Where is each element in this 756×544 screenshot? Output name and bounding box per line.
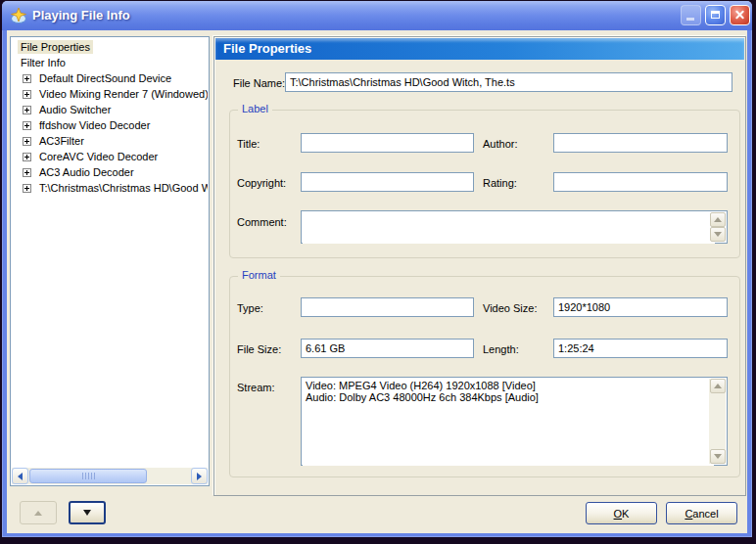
tree-item-filter-info[interactable]: Filter Info: [12, 55, 208, 70]
tree-item-coreavc-video-decoder[interactable]: CoreAVC Video Decoder: [12, 149, 208, 164]
title-label: Title:: [237, 138, 260, 150]
format-group: Format Type: Video Size: File Size: Leng…: [229, 276, 740, 477]
stream-scroll-up-button[interactable]: [710, 379, 726, 393]
tree-item-file-properties[interactable]: File Properties: [12, 39, 208, 55]
move-up-button[interactable]: [20, 501, 57, 524]
maximize-button[interactable]: [705, 5, 726, 25]
filter-tree: File Properties Filter Info Default Dire…: [10, 36, 210, 486]
tree-expand-icon[interactable]: [23, 121, 31, 130]
window-title: Playing File Info: [32, 8, 130, 23]
stream-field[interactable]: Video: MPEG4 Video (H264) 1920x1088 [Vid…: [303, 379, 714, 466]
stream-label: Stream:: [237, 382, 275, 393]
tree-item-ac3-audio-decoder[interactable]: AC3 Audio Decoder: [12, 164, 208, 180]
author-field[interactable]: [553, 133, 728, 153]
rating-label: Rating:: [483, 177, 517, 189]
length-label: Length:: [483, 343, 519, 355]
tree-item-file-path[interactable]: T:\Christmas\Christmas HD\Good Wi: [12, 180, 208, 196]
tree-item-audio-switcher[interactable]: Audio Switcher: [12, 102, 208, 117]
tree-rows: File Properties Filter Info Default Dire…: [12, 39, 208, 467]
app-icon: [10, 7, 27, 24]
file-name-label: File Name:: [233, 77, 285, 89]
tree-expand-icon[interactable]: [23, 153, 31, 161]
file-size-label: File Size:: [237, 343, 281, 355]
tree-expand-icon[interactable]: [23, 168, 31, 177]
title-field[interactable]: [301, 133, 474, 153]
cancel-button[interactable]: Cancel: [666, 502, 737, 524]
up-arrow-icon: [714, 384, 722, 388]
up-triangle-icon: [34, 511, 42, 516]
titlebar[interactable]: Playing File Info: [2, 1, 752, 30]
comment-scroll-up-button[interactable]: [710, 212, 726, 227]
author-label: Author:: [483, 138, 517, 150]
file-properties-panel: File Properties File Name: Label Title: …: [213, 36, 746, 496]
minimize-button[interactable]: [681, 5, 701, 25]
rating-field[interactable]: [553, 172, 728, 192]
scroll-left-button[interactable]: [12, 468, 28, 484]
stream-box: Video: MPEG4 Video (H264) 1920x1088 [Vid…: [301, 377, 728, 466]
screen: Playing File Info File Properties: [0, 0, 756, 544]
tree-item-default-directsound-device[interactable]: Default DirectSound Device: [12, 70, 208, 86]
tree-expand-icon[interactable]: [23, 90, 31, 99]
file-size-field[interactable]: [301, 339, 474, 358]
comment-box: [301, 210, 728, 244]
label-group: Label Title: Author: Copyright: Rating: …: [229, 110, 740, 258]
comment-scroll-down-button[interactable]: [710, 227, 726, 242]
video-size-field[interactable]: [553, 297, 728, 317]
copyright-field[interactable]: [301, 172, 474, 192]
copyright-label: Copyright:: [237, 177, 286, 189]
type-label: Type:: [237, 302, 263, 314]
down-arrow-icon: [714, 232, 722, 237]
file-name-field[interactable]: [285, 72, 732, 92]
tree-expand-icon[interactable]: [23, 137, 31, 146]
up-arrow-icon: [714, 217, 722, 222]
dialog-client-area: File Properties Filter Info Default Dire…: [7, 30, 747, 533]
tree-expand-icon[interactable]: [23, 106, 31, 114]
move-down-button[interactable]: [69, 501, 106, 524]
comment-label: Comment:: [237, 216, 287, 228]
close-button[interactable]: [730, 5, 750, 25]
ok-button[interactable]: OK: [586, 502, 657, 524]
format-group-legend: Format: [238, 269, 280, 281]
video-size-label: Video Size:: [483, 302, 537, 314]
comment-field[interactable]: [303, 212, 715, 244]
panel-header: File Properties: [215, 38, 744, 60]
down-arrow-icon: [714, 454, 722, 459]
minimize-icon: [686, 18, 694, 21]
left-arrow-icon: [18, 473, 23, 480]
maximize-icon: [711, 11, 720, 19]
playing-file-info-window: Playing File Info File Properties: [2, 1, 752, 537]
stream-scrollbar[interactable]: [709, 379, 726, 464]
tree-item-video-mixing-render[interactable]: Video Mixing Render 7 (Windowed): [12, 86, 208, 102]
tree-expand-icon[interactable]: [23, 184, 31, 193]
label-group-legend: Label: [238, 103, 272, 114]
scrollbar-thumb[interactable]: [29, 469, 147, 483]
down-triangle-icon: [83, 510, 91, 516]
stream-scroll-down-button[interactable]: [710, 449, 726, 464]
type-field[interactable]: [301, 297, 474, 317]
tree-item-ac3filter[interactable]: AC3Filter: [12, 133, 208, 149]
tree-expand-icon[interactable]: [23, 74, 31, 83]
right-arrow-icon: [197, 473, 202, 480]
tree-horizontal-scrollbar[interactable]: [12, 468, 208, 484]
thumb-grip-icon: [82, 473, 95, 479]
scroll-right-button[interactable]: [191, 468, 208, 484]
tree-item-ffdshow-video-decoder[interactable]: ffdshow Video Decoder: [12, 117, 208, 133]
length-field[interactable]: [553, 339, 728, 358]
